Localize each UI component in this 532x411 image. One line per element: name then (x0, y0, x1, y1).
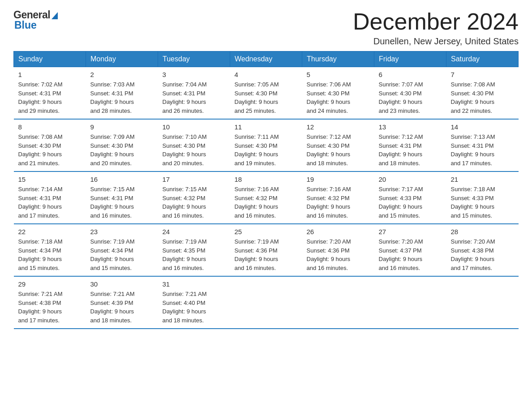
calendar-cell: 19Sunrise: 7:16 AMSunset: 4:32 PMDayligh… (302, 171, 374, 224)
day-number: 23 (90, 228, 154, 235)
calendar-table: SundayMondayTuesdayWednesdayThursdayFrid… (13, 51, 519, 329)
day-number: 1 (18, 71, 82, 78)
day-info: Sunrise: 7:19 AMSunset: 4:34 PMDaylight:… (90, 237, 154, 272)
calendar-cell: 1Sunrise: 7:02 AMSunset: 4:31 PMDaylight… (14, 67, 86, 120)
day-number: 14 (451, 123, 514, 131)
day-info: Sunrise: 7:21 AMSunset: 4:38 PMDaylight:… (18, 290, 82, 325)
day-info: Sunrise: 7:20 AMSunset: 4:37 PMDaylight:… (379, 237, 442, 272)
day-number: 30 (90, 280, 154, 288)
day-number: 24 (163, 228, 226, 235)
logo: General Blue (13, 9, 58, 31)
calendar-cell (230, 276, 302, 329)
day-number: 22 (18, 228, 82, 235)
header-sunday: Sunday (14, 51, 86, 67)
header-saturday: Saturday (446, 51, 519, 67)
calendar-cell: 30Sunrise: 7:21 AMSunset: 4:39 PMDayligh… (86, 276, 158, 329)
day-info: Sunrise: 7:20 AMSunset: 4:38 PMDaylight:… (451, 237, 514, 272)
day-info: Sunrise: 7:17 AMSunset: 4:33 PMDaylight:… (379, 185, 442, 220)
calendar-cell: 26Sunrise: 7:20 AMSunset: 4:36 PMDayligh… (302, 224, 374, 276)
calendar-week-row: 8Sunrise: 7:08 AMSunset: 4:30 PMDaylight… (14, 119, 519, 171)
day-info: Sunrise: 7:02 AMSunset: 4:31 PMDaylight:… (18, 80, 82, 115)
header-monday: Monday (86, 51, 158, 67)
logo-blue-text: Blue (14, 19, 37, 31)
calendar-cell: 12Sunrise: 7:12 AMSunset: 4:30 PMDayligh… (302, 119, 374, 171)
calendar-cell (302, 276, 374, 329)
month-title: December 2024 (353, 9, 519, 34)
day-info: Sunrise: 7:15 AMSunset: 4:32 PMDaylight:… (163, 185, 226, 220)
header-tuesday: Tuesday (158, 51, 230, 67)
calendar-header-row: SundayMondayTuesdayWednesdayThursdayFrid… (14, 51, 519, 67)
day-info: Sunrise: 7:14 AMSunset: 4:31 PMDaylight:… (18, 185, 82, 220)
day-number: 4 (235, 71, 298, 78)
day-number: 17 (163, 176, 226, 183)
day-info: Sunrise: 7:12 AMSunset: 4:30 PMDaylight:… (307, 133, 370, 167)
calendar-cell: 14Sunrise: 7:13 AMSunset: 4:31 PMDayligh… (446, 119, 519, 171)
day-info: Sunrise: 7:11 AMSunset: 4:30 PMDaylight:… (235, 133, 298, 167)
calendar-cell (374, 276, 446, 329)
calendar-cell: 28Sunrise: 7:20 AMSunset: 4:38 PMDayligh… (446, 224, 519, 276)
calendar-cell: 9Sunrise: 7:09 AMSunset: 4:30 PMDaylight… (86, 119, 158, 171)
day-number: 27 (379, 228, 442, 235)
day-number: 21 (451, 176, 514, 183)
day-number: 11 (235, 123, 298, 131)
calendar-cell: 21Sunrise: 7:18 AMSunset: 4:33 PMDayligh… (446, 171, 519, 224)
calendar-cell: 31Sunrise: 7:21 AMSunset: 4:40 PMDayligh… (158, 276, 230, 329)
day-number: 9 (90, 123, 154, 131)
calendar-cell: 16Sunrise: 7:15 AMSunset: 4:31 PMDayligh… (86, 171, 158, 224)
page-header: General Blue December 2024 Dunellen, New… (13, 9, 519, 47)
day-number: 3 (163, 71, 226, 78)
calendar-week-row: 15Sunrise: 7:14 AMSunset: 4:31 PMDayligh… (14, 171, 519, 224)
day-number: 26 (307, 228, 370, 235)
calendar-week-row: 22Sunrise: 7:18 AMSunset: 4:34 PMDayligh… (14, 224, 519, 276)
calendar-cell: 24Sunrise: 7:19 AMSunset: 4:35 PMDayligh… (158, 224, 230, 276)
header-wednesday: Wednesday (230, 51, 302, 67)
day-info: Sunrise: 7:07 AMSunset: 4:30 PMDaylight:… (379, 80, 442, 115)
day-info: Sunrise: 7:21 AMSunset: 4:40 PMDaylight:… (163, 290, 226, 325)
calendar-cell: 13Sunrise: 7:12 AMSunset: 4:31 PMDayligh… (374, 119, 446, 171)
day-info: Sunrise: 7:10 AMSunset: 4:30 PMDaylight:… (163, 133, 226, 167)
day-number: 6 (379, 71, 442, 78)
day-info: Sunrise: 7:04 AMSunset: 4:31 PMDaylight:… (163, 80, 226, 115)
svg-marker-0 (51, 12, 58, 19)
day-number: 31 (163, 280, 226, 288)
day-info: Sunrise: 7:20 AMSunset: 4:36 PMDaylight:… (307, 237, 370, 272)
day-number: 25 (235, 228, 298, 235)
day-number: 18 (235, 176, 298, 183)
day-number: 10 (163, 123, 226, 131)
day-number: 8 (18, 123, 82, 131)
day-info: Sunrise: 7:03 AMSunset: 4:31 PMDaylight:… (90, 80, 154, 115)
day-number: 7 (451, 71, 514, 78)
day-info: Sunrise: 7:13 AMSunset: 4:31 PMDaylight:… (451, 133, 514, 167)
calendar-cell: 29Sunrise: 7:21 AMSunset: 4:38 PMDayligh… (14, 276, 86, 329)
location-text: Dunellen, New Jersey, United States (353, 36, 519, 47)
day-number: 15 (18, 176, 82, 183)
calendar-week-row: 29Sunrise: 7:21 AMSunset: 4:38 PMDayligh… (14, 276, 519, 329)
day-info: Sunrise: 7:12 AMSunset: 4:31 PMDaylight:… (379, 133, 442, 167)
day-info: Sunrise: 7:16 AMSunset: 4:32 PMDaylight:… (235, 185, 298, 220)
day-info: Sunrise: 7:08 AMSunset: 4:30 PMDaylight:… (18, 133, 82, 167)
calendar-cell: 2Sunrise: 7:03 AMSunset: 4:31 PMDaylight… (86, 67, 158, 120)
calendar-cell: 3Sunrise: 7:04 AMSunset: 4:31 PMDaylight… (158, 67, 230, 120)
calendar-cell: 23Sunrise: 7:19 AMSunset: 4:34 PMDayligh… (86, 224, 158, 276)
day-number: 16 (90, 176, 154, 183)
day-info: Sunrise: 7:06 AMSunset: 4:30 PMDaylight:… (307, 80, 370, 115)
day-number: 29 (18, 280, 82, 288)
day-info: Sunrise: 7:16 AMSunset: 4:32 PMDaylight:… (307, 185, 370, 220)
header-thursday: Thursday (302, 51, 374, 67)
calendar-cell: 5Sunrise: 7:06 AMSunset: 4:30 PMDaylight… (302, 67, 374, 120)
day-info: Sunrise: 7:09 AMSunset: 4:30 PMDaylight:… (90, 133, 154, 167)
calendar-cell: 15Sunrise: 7:14 AMSunset: 4:31 PMDayligh… (14, 171, 86, 224)
calendar-cell: 27Sunrise: 7:20 AMSunset: 4:37 PMDayligh… (374, 224, 446, 276)
day-info: Sunrise: 7:08 AMSunset: 4:30 PMDaylight:… (451, 80, 514, 115)
calendar-cell: 11Sunrise: 7:11 AMSunset: 4:30 PMDayligh… (230, 119, 302, 171)
day-info: Sunrise: 7:18 AMSunset: 4:34 PMDaylight:… (18, 237, 82, 272)
calendar-cell (446, 276, 519, 329)
day-number: 5 (307, 71, 370, 78)
day-info: Sunrise: 7:05 AMSunset: 4:30 PMDaylight:… (235, 80, 298, 115)
day-info: Sunrise: 7:19 AMSunset: 4:35 PMDaylight:… (163, 237, 226, 272)
calendar-cell: 6Sunrise: 7:07 AMSunset: 4:30 PMDaylight… (374, 67, 446, 120)
calendar-cell: 22Sunrise: 7:18 AMSunset: 4:34 PMDayligh… (14, 224, 86, 276)
calendar-cell: 7Sunrise: 7:08 AMSunset: 4:30 PMDaylight… (446, 67, 519, 120)
calendar-cell: 4Sunrise: 7:05 AMSunset: 4:30 PMDaylight… (230, 67, 302, 120)
day-number: 2 (90, 71, 154, 78)
